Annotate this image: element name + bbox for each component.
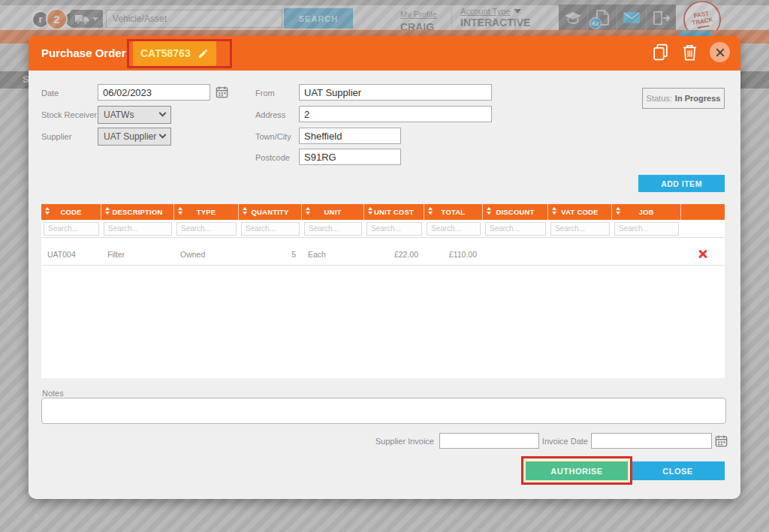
column-header-type[interactable]: TYPE xyxy=(174,204,239,220)
town-city-label: Town/City xyxy=(255,132,291,141)
search-code-input[interactable] xyxy=(44,222,99,236)
column-header-actions xyxy=(681,204,725,220)
search-vat-code-input[interactable] xyxy=(550,222,610,236)
address-label: Address xyxy=(255,110,285,119)
notes-textarea[interactable] xyxy=(41,398,726,424)
items-table: CODE DESCRIPTION TYPE QUANTITY UNIT UNIT… xyxy=(41,204,725,378)
modal-title: Purchase Order: xyxy=(41,47,130,59)
column-header-description[interactable]: DESCRIPTION xyxy=(101,204,174,220)
notes-label: Notes xyxy=(42,389,64,398)
date-label: Date xyxy=(41,89,59,98)
status-label: Status: xyxy=(647,94,672,103)
invoice-date-calendar-icon[interactable] xyxy=(715,434,728,447)
postcode-input[interactable] xyxy=(299,149,401,165)
order-number: CAT58763 xyxy=(140,47,191,59)
from-label: From xyxy=(255,89,275,98)
search-quantity-input[interactable] xyxy=(241,222,300,236)
authorise-button[interactable]: AUTHORISE xyxy=(526,461,628,480)
cell-quantity: 5 xyxy=(239,243,302,265)
column-header-discount[interactable]: DISCOUNT xyxy=(483,204,548,220)
supplier-select[interactable]: UAT Supplier xyxy=(98,128,171,146)
supplier-label: Supplier xyxy=(41,132,71,141)
cell-vat-code xyxy=(548,243,612,265)
application-window: r 2 c SEARCH My Profile CRAIG Account Ty… xyxy=(0,0,769,532)
cell-description: Filter xyxy=(101,243,174,265)
search-unit-input[interactable] xyxy=(304,222,362,236)
sort-icon[interactable] xyxy=(45,207,50,215)
postcode-label: Postcode xyxy=(255,153,290,162)
copy-order-button[interactable] xyxy=(651,43,670,62)
purchase-order-modal: Purchase Order: CAT58763 xyxy=(29,36,740,499)
order-number-badge[interactable]: CAT58763 xyxy=(133,41,216,66)
column-header-total[interactable]: TOTAL xyxy=(424,204,483,220)
sort-icon[interactable] xyxy=(178,207,182,215)
modal-close-button[interactable] xyxy=(710,42,730,62)
column-header-vat-code[interactable]: VAT CODE xyxy=(548,204,612,220)
column-header-quantity[interactable]: QUANTITY xyxy=(239,204,302,220)
date-calendar-icon[interactable] xyxy=(216,86,228,98)
search-job-input[interactable] xyxy=(614,222,679,236)
delete-row-icon[interactable] xyxy=(697,248,709,260)
column-header-unit-cost[interactable]: UNIT COST xyxy=(364,204,424,220)
supplier-invoice-input[interactable] xyxy=(439,433,539,449)
column-header-job[interactable]: JOB xyxy=(612,204,681,220)
add-item-button[interactable]: ADD ITEM xyxy=(638,175,725,192)
column-header-unit[interactable]: UNIT xyxy=(302,204,364,220)
search-description-input[interactable] xyxy=(104,222,172,236)
status-badge: Status: In Progress xyxy=(642,88,725,109)
edit-pencil-icon[interactable] xyxy=(198,48,209,59)
sort-icon[interactable] xyxy=(243,207,247,215)
town-city-input[interactable] xyxy=(299,128,401,144)
chevron-down-icon xyxy=(159,109,167,116)
search-type-input[interactable] xyxy=(176,222,237,236)
stock-receiver-label: Stock Receiver xyxy=(41,110,97,119)
cell-unit: Each xyxy=(302,243,364,265)
date-input[interactable] xyxy=(98,84,210,101)
modal-header: Purchase Order: CAT58763 xyxy=(29,36,740,71)
cell-type: Owned xyxy=(174,243,239,265)
cell-total: £110.00 xyxy=(424,243,483,265)
stock-receiver-value: UATWs xyxy=(104,110,134,120)
table-row[interactable]: UAT004 Filter Owned 5 Each £22.00 £110.0… xyxy=(41,243,725,266)
cell-code: UAT004 xyxy=(41,243,101,265)
sort-icon[interactable] xyxy=(306,207,310,215)
close-icon xyxy=(715,47,725,58)
sort-icon[interactable] xyxy=(428,207,433,215)
sort-icon[interactable] xyxy=(368,207,372,215)
delete-order-button[interactable] xyxy=(682,44,698,62)
from-input[interactable] xyxy=(299,84,492,101)
invoice-date-label: Invoice Date xyxy=(541,437,588,446)
copy-icon xyxy=(651,43,670,62)
sort-icon[interactable] xyxy=(616,207,620,215)
search-total-input[interactable] xyxy=(427,222,481,236)
search-unit-cost-input[interactable] xyxy=(366,222,422,236)
cell-discount xyxy=(483,243,548,265)
table-search-row xyxy=(41,220,725,238)
stock-receiver-select[interactable]: UATWs xyxy=(98,106,171,124)
sort-icon[interactable] xyxy=(552,207,556,215)
sort-icon[interactable] xyxy=(487,207,491,215)
table-header-row: CODE DESCRIPTION TYPE QUANTITY UNIT UNIT… xyxy=(41,204,725,220)
invoice-date-input[interactable] xyxy=(591,433,712,449)
cell-job xyxy=(612,243,681,265)
address-input[interactable] xyxy=(299,106,492,122)
supplier-value: UAT Supplier xyxy=(104,131,156,142)
search-discount-input[interactable] xyxy=(485,222,546,236)
cell-unit-cost: £22.00 xyxy=(364,243,424,265)
supplier-invoice-label: Supplier Invoice xyxy=(359,437,434,446)
status-value: In Progress xyxy=(675,94,721,103)
chevron-down-icon xyxy=(159,131,167,138)
close-button[interactable]: CLOSE xyxy=(631,461,725,480)
column-header-code[interactable]: CODE xyxy=(41,204,101,220)
sort-icon[interactable] xyxy=(105,207,110,215)
trash-icon xyxy=(682,44,698,62)
